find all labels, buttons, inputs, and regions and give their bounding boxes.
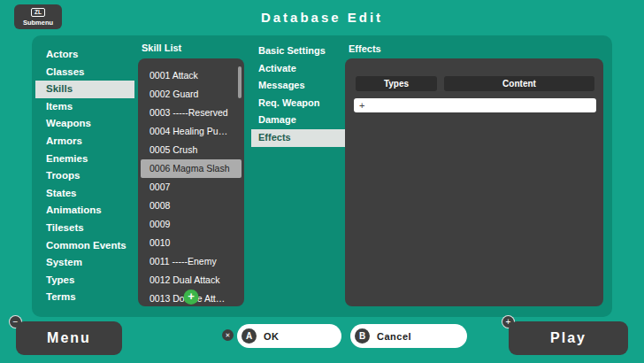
effects-panel: Types Content +: [345, 58, 603, 306]
effects-column-content[interactable]: Content: [444, 76, 594, 91]
add-effect-row[interactable]: +: [354, 98, 596, 112]
sidebar-item-enemies[interactable]: Enemies: [35, 151, 134, 168]
nav-item-activate[interactable]: Activate: [251, 60, 345, 78]
sidebar-item-actors[interactable]: Actors: [35, 46, 134, 64]
skill-list-item[interactable]: 0005 Crush: [141, 141, 242, 159]
nav-item-effects[interactable]: Effects: [251, 129, 345, 147]
cancel-button[interactable]: B Cancel: [350, 324, 467, 348]
sidebar-item-types[interactable]: Types: [35, 272, 134, 290]
b-button-icon: B: [355, 328, 370, 344]
a-button-icon: A: [242, 328, 257, 344]
skill-list-title: Skill List: [142, 42, 181, 53]
sidebar-item-terms[interactable]: Terms: [35, 289, 134, 306]
ok-button[interactable]: A OK: [237, 324, 341, 348]
skill-list-item[interactable]: 0003 -----Reserved: [141, 104, 242, 122]
skill-list-item[interactable]: 0012 Dual Attack: [141, 271, 242, 290]
sidebar-item-weapons[interactable]: Weapons: [35, 115, 134, 133]
sidebar-item-items[interactable]: Items: [35, 98, 134, 116]
skill-list-panel: 0001 Attack 0002 Guard 0003 -----Reserve…: [138, 58, 244, 306]
add-skill-button[interactable]: +: [184, 290, 199, 305]
effects-panel-title: Effects: [349, 43, 381, 54]
sidebar-item-system[interactable]: System: [35, 254, 134, 272]
sidebar-item-classes[interactable]: Classes: [35, 64, 134, 81]
skill-list-item-selected[interactable]: 0006 Magma Slash: [141, 159, 242, 178]
sidebar-item-skills[interactable]: Skills: [35, 81, 134, 98]
nav-item-damage[interactable]: Damage: [251, 112, 345, 129]
skill-list-item[interactable]: 0008: [141, 197, 242, 215]
menu-button-label: Menu: [47, 330, 91, 346]
sidebar-item-troops[interactable]: Troops: [35, 167, 134, 185]
skill-list-item[interactable]: 0010: [141, 234, 242, 252]
page-title: Database Edit: [0, 10, 644, 25]
skill-list-item[interactable]: 0004 Healing Pu…: [141, 122, 242, 141]
category-sidebar: Actors Classes Skills Items Weapons Armo…: [35, 46, 134, 306]
sidebar-item-tilesets[interactable]: Tilesets: [35, 220, 134, 237]
nav-item-basic-settings[interactable]: Basic Settings: [251, 42, 345, 60]
nav-item-req-weapon[interactable]: Req. Weapon: [251, 95, 345, 112]
sidebar-item-common-events[interactable]: Common Events: [35, 237, 134, 255]
nav-item-messages[interactable]: Messages: [251, 77, 345, 95]
cancel-button-label: Cancel: [377, 331, 411, 342]
database-panel: Actors Classes Skills Items Weapons Armo…: [32, 35, 612, 317]
skill-list-item[interactable]: 0011 -----Enemy: [141, 252, 242, 271]
sidebar-item-armors[interactable]: Armors: [35, 133, 134, 151]
menu-button[interactable]: Menu: [16, 321, 122, 355]
skill-settings-nav: Basic Settings Activate Messages Req. We…: [251, 42, 345, 147]
ok-button-label: OK: [264, 331, 280, 342]
skill-list-item[interactable]: 0009: [141, 215, 242, 234]
x-button-icon: ✕: [222, 329, 234, 341]
skill-list-scrollbar[interactable]: [238, 66, 242, 98]
sidebar-item-animations[interactable]: Animations: [35, 202, 134, 220]
play-button[interactable]: Play: [509, 321, 628, 355]
effects-column-types[interactable]: Types: [356, 76, 437, 91]
skill-list-item[interactable]: 0002 Guard: [141, 85, 242, 104]
sidebar-item-states[interactable]: States: [35, 185, 134, 203]
play-button-label: Play: [550, 330, 586, 346]
skill-list-item[interactable]: 0007: [141, 178, 242, 197]
skill-list-item[interactable]: 0001 Attack: [141, 66, 242, 85]
